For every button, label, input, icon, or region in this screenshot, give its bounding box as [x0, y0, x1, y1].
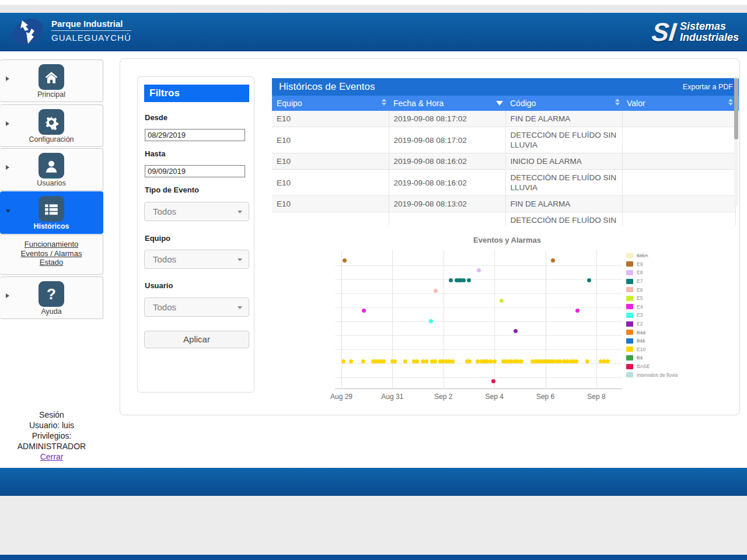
legend-item-base[interactable]: BASE — [626, 362, 737, 371]
aplicar-button[interactable]: Aplicar — [144, 331, 249, 348]
legend-swatch — [626, 253, 633, 258]
eventos-table: Históricos de Eventos Exportar a PDF Equ… — [272, 78, 739, 225]
sidebar-item-historicos[interactable]: Históricos — [0, 191, 103, 234]
cell-valor — [622, 111, 735, 127]
footer-bottom-strip — [0, 555, 747, 560]
column-header-valor[interactable]: Valor — [622, 96, 735, 111]
sidebar-item-label: Históricos — [0, 222, 103, 230]
legend-swatch — [626, 279, 633, 284]
legend-swatch — [626, 296, 633, 301]
list-icon — [39, 196, 64, 222]
legend-item-intervalos-de-lluvia[interactable]: Intervalos de lluvia — [626, 370, 737, 379]
legend-label: E2 — [637, 321, 643, 327]
gridline — [335, 321, 622, 322]
legend-item-e11[interactable]: E11 — [626, 337, 737, 345]
legend-item-e3[interactable]: E3 — [626, 311, 737, 320]
x-tick-label: Aug 31 — [381, 393, 403, 401]
data-point-E10 — [585, 359, 589, 363]
legend-label: E5 — [637, 295, 643, 301]
sidebar-item-label: Principal — [0, 90, 103, 99]
legend-swatch — [626, 346, 633, 352]
submenu-estado-link[interactable]: Estado — [0, 258, 103, 267]
chevron-down-icon — [238, 211, 242, 214]
legend-label: E11 — [637, 338, 645, 344]
legend-item-e12[interactable]: E12 — [626, 328, 737, 337]
cell-codigo: INICIO DE ALARMA — [505, 153, 622, 170]
legend-swatch — [626, 270, 633, 275]
sidebar-item-ayuda[interactable]: ? Ayuda — [0, 276, 103, 319]
session-title: Sesión — [0, 410, 103, 420]
legend-swatch — [626, 364, 633, 369]
data-point-E7 — [449, 278, 453, 282]
cell-codigo: DETECCIÓN DE FLUÍDO SIN LLUVIA — [505, 170, 622, 196]
data-point-E10 — [467, 359, 472, 363]
sidebar-item-label: Ayuda — [0, 307, 103, 316]
legend-item-e6[interactable]: E6 — [626, 285, 737, 294]
x-tick-label: Sep 2 — [434, 393, 452, 401]
cell-equipo: E10 — [272, 196, 389, 212]
gridline — [335, 279, 622, 280]
data-point-E4 — [362, 309, 366, 313]
eventos-table-body: E102019-09-08 08:17:02FIN DE ALARMAE1020… — [272, 111, 735, 225]
desde-input[interactable] — [145, 129, 245, 141]
legend-item-e2[interactable]: E2 — [626, 320, 737, 328]
column-header-fecha-hora[interactable]: Fecha & Hora — [389, 96, 505, 111]
site-title-line2: GUALEGUAYCHÚ — [51, 33, 131, 43]
gridline — [335, 307, 622, 308]
data-point-E7 — [462, 278, 466, 282]
exportar-pdf-button[interactable]: Exportar a PDF — [683, 78, 733, 96]
cell-fecha: 2019-09-08 08:17:02 — [389, 127, 505, 153]
cell-equipo — [272, 212, 389, 226]
legend-label: E6 — [637, 287, 643, 293]
cell-valor — [622, 170, 735, 196]
legend-item-e10[interactable]: E10 — [626, 345, 737, 354]
legend-item-sisa[interactable]: SISA — [626, 251, 737, 260]
cerrar-link[interactable]: Cerrar — [40, 452, 64, 461]
data-point-E10 — [403, 359, 407, 363]
user-icon — [39, 153, 64, 178]
top-strip — [0, 5, 747, 13]
equipo-select[interactable]: Todos — [144, 250, 249, 269]
session-user: Usuario: luis — [0, 420, 103, 430]
x-tick-label: Sep 6 — [536, 393, 554, 401]
cell-valor — [622, 196, 735, 212]
column-header-codigo[interactable]: Código — [505, 96, 622, 111]
usuario-value: Todos — [153, 302, 176, 312]
legend-item-e5[interactable]: E5 — [626, 294, 737, 303]
gridline — [335, 335, 622, 336]
gridline — [335, 363, 622, 364]
legend-item-e9[interactable]: E9 — [626, 260, 737, 269]
submenu-eventos-alarmas-link[interactable]: Eventos / Alarmas — [0, 249, 103, 258]
data-point-E2 — [514, 329, 518, 333]
usuario-select[interactable]: Todos — [144, 298, 249, 317]
chevron-right-icon — [6, 76, 9, 81]
chevron-right-icon — [6, 121, 9, 126]
legend-item-e1[interactable]: E1 — [626, 354, 737, 362]
cell-equipo: E10 — [272, 127, 389, 153]
submenu-funcionamiento-link[interactable]: Funcionamiento — [0, 240, 103, 249]
site-title: Parque Industrial GUALEGUAYCHÚ — [51, 19, 131, 43]
cell-codigo: DETECCIÓN DE FLUÍDO SIN LLUVIA — [505, 212, 622, 226]
tipo-de-evento-select[interactable]: Todos — [144, 202, 249, 221]
cell-valor — [622, 153, 735, 170]
data-point-E3 — [429, 319, 433, 323]
sidebar-item-principal[interactable]: Principal — [0, 60, 103, 102]
equipo-value: Todos — [153, 254, 176, 264]
chart-legend: SISAE9E8E7E6E5E4E3E2E12E11E10E1BASEInter… — [626, 251, 737, 379]
sidebar-item-label: Usuarios — [0, 179, 103, 187]
data-point-E7 — [467, 278, 471, 282]
session-privileges-value: ADMINISTRADOR — [0, 441, 103, 452]
gridline — [335, 265, 622, 266]
legend-item-e8[interactable]: E8 — [626, 268, 737, 277]
legend-item-e4[interactable]: E4 — [626, 303, 737, 312]
footer-gray-area — [0, 496, 747, 555]
legend-item-e7[interactable]: E7 — [626, 277, 737, 286]
chevron-right-icon — [6, 293, 9, 298]
sidebar-item-usuarios[interactable]: Usuarios — [0, 148, 103, 191]
sidebar-item-configuracion[interactable]: Configuración — [0, 104, 103, 147]
hasta-input[interactable] — [145, 165, 245, 177]
eventos-alarmas-chart — [335, 250, 622, 389]
column-header-equipo[interactable]: Equipo — [272, 96, 389, 111]
sort-icon — [382, 99, 386, 106]
table-scrollbar-thumb[interactable] — [734, 78, 738, 139]
